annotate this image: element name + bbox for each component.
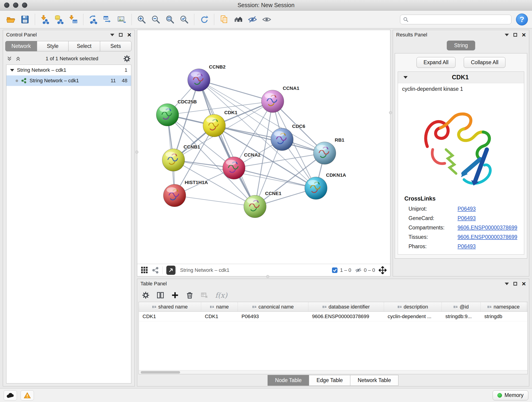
column-header-namespace[interactable]: namespace	[481, 302, 526, 312]
table-cell[interactable]: CDK1	[139, 312, 201, 321]
birdseye-grid-icon[interactable]	[141, 267, 148, 274]
help-button[interactable]: ?	[516, 13, 528, 26]
cloud-button[interactable]	[4, 390, 17, 400]
network-options-gear-icon[interactable]	[123, 55, 131, 63]
crosslink-link[interactable]: 9606.ENSP00000378699	[457, 234, 517, 240]
table-cell[interactable]: 9606.ENSP00000378699	[308, 312, 384, 321]
column-header--id[interactable]: @id	[442, 302, 481, 312]
splitter-handle[interactable]	[389, 111, 392, 114]
tab-network-table[interactable]: Network Table	[350, 375, 399, 386]
expand-all-icon[interactable]	[15, 56, 21, 61]
table-cell[interactable]: cyclin-dependent ...	[384, 312, 442, 321]
import-network-database-button[interactable]	[52, 13, 66, 26]
clear-table-icon[interactable]	[201, 291, 208, 299]
network-label: String Network – cdk1	[30, 78, 79, 84]
show-selection-button[interactable]	[260, 13, 273, 26]
edge-HIST1H1A-CCNE1[interactable]	[175, 196, 255, 206]
zoom-fit-button[interactable]	[163, 13, 177, 26]
open-session-button[interactable]	[4, 13, 17, 26]
memory-button[interactable]: Memory	[493, 390, 528, 400]
network-collection-row[interactable]: String Network – cdk1 1	[6, 65, 131, 75]
close-panel-icon[interactable]: ×	[127, 32, 131, 38]
table-cell[interactable]: P06493	[238, 312, 308, 321]
splitter-handle[interactable]	[266, 275, 269, 278]
selected-checkbox-icon[interactable]	[331, 267, 338, 274]
crosslink-label: GeneCard:	[409, 215, 457, 221]
crosslink-link[interactable]: 9606.ENSP00000378699	[457, 225, 517, 231]
window-close-icon[interactable]	[4, 2, 9, 8]
share-network-icon[interactable]	[152, 267, 159, 274]
collapse-all-icon[interactable]	[7, 56, 12, 61]
export-image-button[interactable]	[115, 13, 128, 26]
table-cell[interactable]: stringdb	[481, 312, 526, 321]
edge-CCNB2-CCNE1[interactable]	[199, 80, 255, 206]
tab-string[interactable]: String	[447, 41, 475, 51]
tab-sets[interactable]: Sets	[100, 41, 132, 51]
gene-card-header[interactable]: CDK1	[398, 72, 524, 83]
panel-menu-icon[interactable]	[505, 283, 509, 285]
float-panel-icon[interactable]	[119, 33, 123, 37]
function-builder-icon[interactable]: f(x)	[215, 291, 227, 299]
edge-CCNB2-CCNA1[interactable]	[199, 80, 273, 101]
selected-counts-text: 1 – 0	[340, 267, 351, 273]
import-table-button[interactable]	[67, 13, 80, 26]
tab-network[interactable]: Network	[5, 41, 37, 51]
panel-menu-icon[interactable]	[505, 34, 509, 36]
column-header-name[interactable]: name	[201, 302, 238, 312]
import-network-file-button[interactable]	[38, 13, 51, 26]
crosslink-link[interactable]: P06493	[457, 215, 476, 221]
save-session-button[interactable]	[18, 13, 32, 26]
search-input[interactable]	[410, 17, 508, 22]
collapse-all-button[interactable]: Collapse All	[464, 57, 505, 68]
close-panel-icon[interactable]: ×	[522, 280, 526, 287]
tab-style[interactable]: Style	[37, 41, 69, 51]
tab-select[interactable]: Select	[68, 41, 100, 51]
search-box[interactable]	[400, 15, 511, 24]
network-row-selected[interactable]: String Network – cdk1 11 48	[6, 75, 131, 86]
zoom-selected-button[interactable]	[177, 13, 191, 26]
import-network-database-icon	[54, 14, 64, 25]
table-settings-gear-icon[interactable]	[142, 291, 150, 299]
float-panel-icon[interactable]	[513, 33, 517, 37]
panel-menu-icon[interactable]	[110, 34, 114, 36]
table-cell[interactable]: stringdb:9...	[442, 312, 481, 321]
node-label-CDKN1A: CDKN1A	[326, 172, 346, 178]
zoom-in-button[interactable]	[135, 13, 148, 26]
column-header-description[interactable]: description	[384, 302, 442, 312]
edge-CDK1-RB1[interactable]	[214, 126, 325, 153]
detach-view-button[interactable]	[166, 266, 176, 275]
delete-column-icon[interactable]	[186, 291, 194, 299]
gene-collapse-icon[interactable]	[404, 76, 408, 79]
tab-node-table[interactable]: Node Table	[268, 375, 309, 386]
close-panel-icon[interactable]: ×	[522, 32, 526, 38]
duplicate-page-button[interactable]	[217, 13, 231, 26]
warnings-button[interactable]	[21, 390, 34, 400]
hidden-eye-slash-icon[interactable]	[355, 267, 362, 274]
column-layout-icon[interactable]	[157, 291, 164, 299]
column-header-canonical-name[interactable]: canonical name	[238, 302, 308, 312]
hide-selection-button[interactable]	[246, 13, 259, 26]
table-cell[interactable]: CDK1	[201, 312, 238, 321]
crosslink-link[interactable]: P06493	[457, 206, 476, 212]
move-crosshair-icon[interactable]	[379, 266, 386, 274]
expand-all-button[interactable]: Expand All	[417, 57, 456, 68]
zoom-out-button[interactable]	[149, 13, 162, 26]
column-header-database-identifier[interactable]: database identifier	[308, 302, 384, 312]
homes-button[interactable]	[232, 13, 245, 26]
window-zoom-icon[interactable]	[22, 2, 27, 8]
crosslink-link[interactable]: P06493	[457, 243, 476, 249]
apply-layout-button[interactable]	[197, 13, 211, 26]
scrollbar-thumb[interactable]	[141, 371, 180, 374]
table-horizontal-scrollbar[interactable]	[139, 370, 527, 374]
add-column-icon[interactable]	[171, 291, 179, 299]
column-type-icon	[210, 305, 214, 309]
float-panel-icon[interactable]	[513, 282, 517, 286]
export-table-button[interactable]	[101, 13, 114, 26]
table-row[interactable]: CDK1CDK1P064939606.ENSP00000378699cyclin…	[139, 312, 527, 321]
window-minimize-icon[interactable]	[13, 2, 18, 8]
network-canvas[interactable]: CCNB2CCNA1CDC25BCDK1CDC6RB1CCNB1CCNA2CDK…	[137, 30, 390, 264]
collection-expand-icon[interactable]	[10, 69, 14, 71]
export-network-button[interactable]	[87, 13, 100, 26]
tab-edge-table[interactable]: Edge Table	[309, 375, 350, 386]
column-header-shared-name[interactable]: shared name	[139, 302, 201, 312]
